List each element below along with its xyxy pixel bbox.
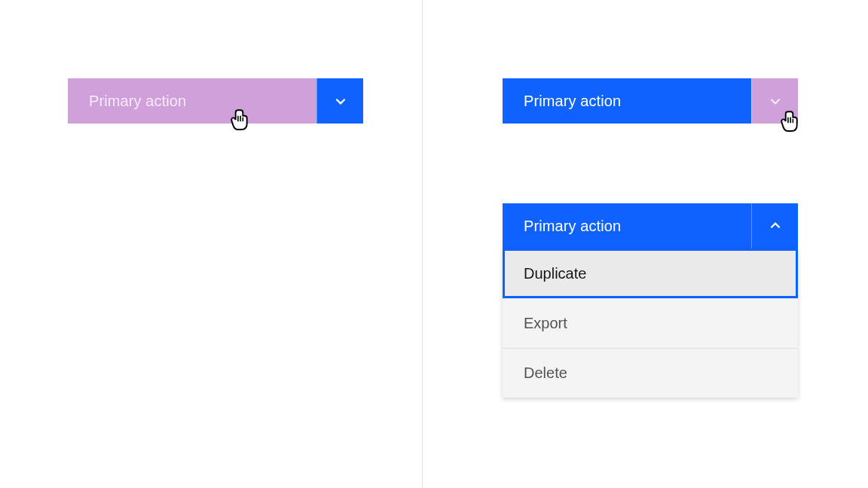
split-button-open: Primary action — [503, 203, 798, 249]
menu-item-duplicate[interactable]: Duplicate — [503, 249, 798, 298]
split-dropdown-trigger-open[interactable] — [751, 203, 798, 249]
dropdown-menu: Duplicate Export Delete — [503, 249, 798, 398]
menu-item-export[interactable]: Export — [503, 298, 798, 348]
primary-action-button[interactable]: Primary action — [503, 78, 751, 124]
primary-action-button[interactable]: Primary action — [68, 78, 316, 124]
split-dropdown-trigger[interactable] — [751, 78, 798, 124]
split-button-caret-highlighted: Primary action — [503, 78, 798, 124]
split-dropdown-trigger[interactable] — [316, 78, 363, 124]
primary-action-button[interactable]: Primary action — [503, 203, 751, 249]
split-button-main-highlighted: Primary action — [68, 78, 363, 124]
right-panel: Primary action Primary action Duplicate … — [423, 0, 845, 488]
menu-item-delete[interactable]: Delete — [503, 348, 798, 398]
chevron-down-icon — [769, 94, 782, 108]
chevron-down-icon — [334, 94, 347, 108]
chevron-up-icon — [769, 219, 782, 233]
left-panel: Primary action — [0, 0, 422, 488]
